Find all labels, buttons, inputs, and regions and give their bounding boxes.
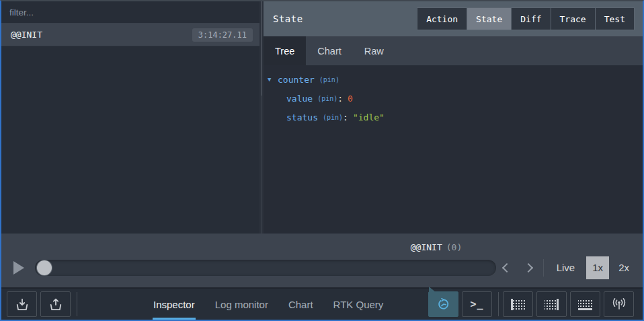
current-action-index: (0)	[446, 242, 462, 252]
dots-grid	[578, 299, 592, 310]
tab-action[interactable]: Action	[417, 7, 467, 30]
state-tree: ▼ counter (pin) value (pin) : 0 status (…	[264, 65, 643, 234]
tree-key: status	[286, 112, 318, 122]
action-row-init[interactable]: @@INIT 3:14:27.11	[1, 24, 259, 46]
dots-grid	[545, 299, 559, 310]
subtab-tree[interactable]: Tree	[264, 36, 306, 65]
action-list-panel: @@INIT 3:14:27.11	[1, 1, 259, 234]
state-panel: State Action State Diff Trace Test Tree …	[264, 1, 643, 234]
speed-1x-button[interactable]: 1x	[586, 256, 609, 279]
subtab-raw[interactable]: Raw	[353, 36, 395, 65]
colon: :	[343, 112, 348, 122]
toolbar-left	[7, 289, 81, 320]
panel-resize-handle[interactable]	[259, 1, 264, 234]
tree-children: value (pin) : 0 status (pin) : "idle"	[286, 89, 643, 127]
view-subtabs: Tree Chart Raw	[264, 36, 643, 65]
monitor-selector-tabs: Inspector Log monitor Chart RTK Query	[143, 289, 393, 320]
pin-label[interactable]: (pin)	[319, 76, 339, 83]
pin-label[interactable]: (pin)	[317, 95, 337, 102]
action-name: @@INIT	[11, 30, 42, 40]
dock-bottom-icon	[578, 299, 592, 310]
playback-bar: @@INIT(0) Live 1x 2x	[1, 234, 643, 287]
playback-controls: Live 1x 2x	[1, 256, 643, 279]
tree-node-status[interactable]: status (pin) : "idle"	[286, 108, 643, 127]
filter-input[interactable]	[9, 7, 251, 17]
dock-left-button[interactable]	[503, 291, 533, 317]
dock-bottom-button[interactable]	[570, 291, 600, 317]
current-action-label: @@INIT(0)	[116, 242, 644, 252]
playback-divider	[543, 259, 544, 277]
step-forward-button[interactable]	[518, 258, 539, 278]
colon: :	[337, 94, 343, 104]
action-list: @@INIT 3:14:27.11	[1, 24, 259, 234]
pause-recording-button[interactable]	[428, 291, 458, 317]
toolbar-divider	[77, 292, 77, 316]
import-button[interactable]	[7, 291, 37, 317]
remote-button[interactable]	[604, 291, 634, 317]
live-button[interactable]: Live	[557, 262, 575, 273]
tab-test[interactable]: Test	[595, 7, 635, 30]
slider-thumb[interactable]	[37, 260, 52, 275]
tree-value-number: 0	[348, 94, 353, 104]
seek-slider[interactable]	[35, 260, 496, 276]
chevron-left-icon	[502, 262, 512, 272]
subtab-chart[interactable]: Chart	[306, 36, 352, 65]
current-action-name: @@INIT	[411, 242, 442, 252]
main-area: @@INIT 3:14:27.11 State Action State Dif…	[1, 1, 643, 234]
tab-rtk-query[interactable]: RTK Query	[333, 289, 385, 320]
state-header: State Action State Diff Trace Test	[264, 1, 643, 36]
panel-title: State	[273, 13, 303, 24]
tab-chart[interactable]: Chart	[288, 289, 314, 320]
dots-grid	[511, 299, 525, 310]
chevron-right-icon	[524, 262, 533, 272]
tree-key: counter	[278, 75, 315, 85]
tab-trace[interactable]: Trace	[551, 7, 596, 30]
action-timestamp-badge: 3:14:27.11	[192, 28, 253, 42]
terminal-icon: >_	[470, 298, 483, 310]
tree-node-value[interactable]: value (pin) : 0	[286, 89, 643, 108]
upload-icon	[48, 297, 63, 311]
dock-right-button[interactable]	[536, 291, 567, 317]
tab-diff[interactable]: Diff	[511, 7, 551, 30]
dispatcher-button[interactable]: >_	[462, 291, 492, 317]
play-button[interactable]	[13, 261, 24, 275]
tab-log-monitor[interactable]: Log monitor	[214, 289, 269, 320]
tree-key: value	[286, 94, 313, 104]
expander-icon[interactable]: ▼	[268, 76, 274, 83]
pin-label[interactable]: (pin)	[323, 114, 343, 121]
redux-devtools-window: @@INIT 3:14:27.11 State Action State Dif…	[0, 0, 644, 321]
bottom-toolbar: Inspector Log monitor Chart RTK Query >_	[1, 287, 643, 320]
tab-inspector[interactable]: Inspector	[153, 289, 196, 320]
speed-2x-button[interactable]: 2x	[618, 262, 629, 273]
step-back-button[interactable]	[496, 258, 518, 278]
tree-value-string: "idle"	[353, 112, 385, 122]
stopwatch-icon	[436, 297, 451, 312]
tab-state[interactable]: State	[467, 7, 512, 30]
toolbar-divider	[498, 292, 499, 316]
dock-right-icon	[545, 299, 559, 310]
export-button[interactable]	[40, 291, 71, 317]
toolbar-right: >_	[428, 289, 637, 320]
monitor-tab-group: Action State Diff Trace Test	[417, 7, 635, 30]
filter-bar	[1, 1, 259, 24]
dock-left-icon	[511, 299, 525, 310]
tree-node-counter[interactable]: ▼ counter (pin)	[268, 70, 643, 89]
broadcast-icon	[610, 297, 628, 311]
download-icon	[15, 297, 30, 311]
